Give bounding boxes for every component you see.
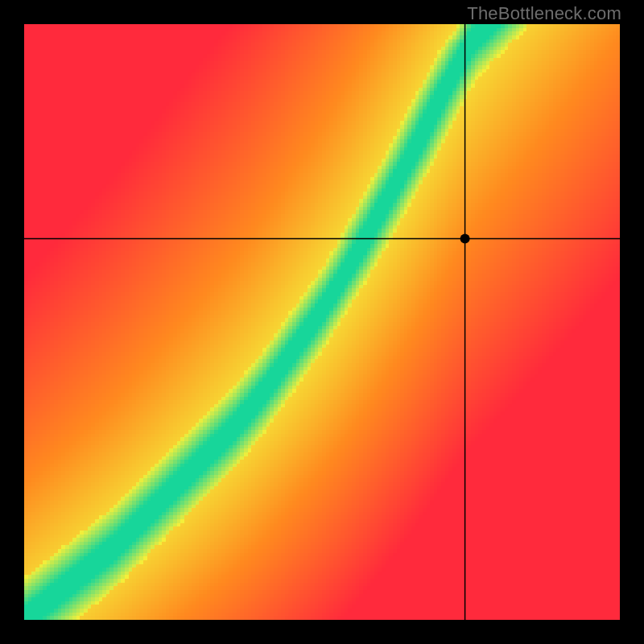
chart-frame: TheBottleneck.com [0,0,644,644]
plot-area [24,24,620,620]
watermark-text: TheBottleneck.com [467,3,621,24]
heatmap-canvas [24,24,620,620]
